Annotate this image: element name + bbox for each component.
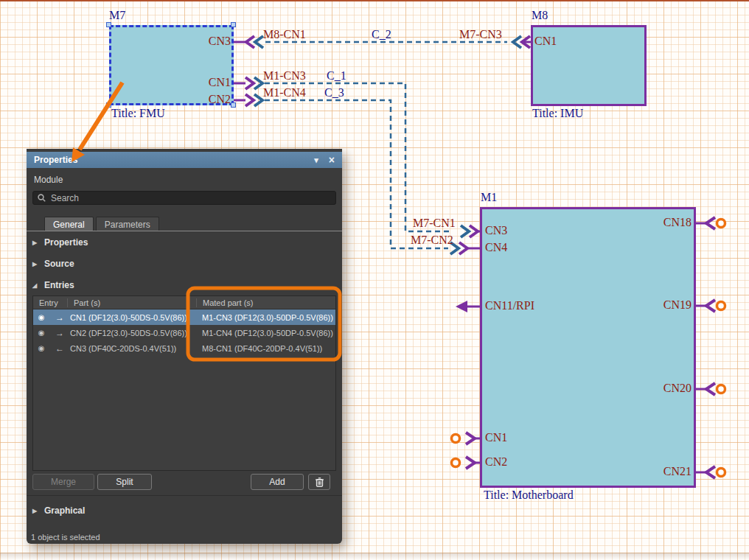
m8-designator[interactable]: M8: [532, 9, 548, 22]
pin-m1-cn18[interactable]: [695, 217, 725, 229]
m1-pin-label-cn18[interactable]: CN18: [641, 216, 691, 229]
column-header-entry[interactable]: Entry: [33, 298, 67, 307]
entry-mated-cell: M1-CN3 (DF12(3.0)-50DP-0.5V(86)): [196, 313, 335, 322]
m7-title[interactable]: Title: FMU: [111, 107, 165, 120]
net-c2-name-label[interactable]: C_2: [372, 28, 391, 41]
section-source[interactable]: ▶ Source: [32, 259, 74, 269]
m1-pin-label-cn1[interactable]: CN1: [485, 431, 507, 444]
entry-mated-cell: M8-CN1 (DF40C-20DP-0.4V(51)): [196, 344, 335, 353]
entries-table: Entry Part (s) Mated part (s) ◉ → CN1 (D…: [32, 295, 336, 471]
visibility-eye-icon[interactable]: ◉: [33, 313, 49, 321]
net-c2-from-label[interactable]: M8-CN1: [263, 28, 306, 41]
selection-status-text: 1 object is selected: [31, 533, 100, 542]
collapsed-arrow-icon: ▶: [32, 239, 39, 246]
section-graphical[interactable]: ▶ Graphical: [32, 505, 85, 516]
split-button[interactable]: Split: [97, 474, 152, 490]
pin-m1-cn20[interactable]: [695, 383, 725, 395]
m1-pin-label-cn2[interactable]: CN2: [485, 455, 507, 469]
m7-handle-tl[interactable]: [106, 22, 111, 27]
m8-pin-label-cn1[interactable]: CN1: [534, 35, 557, 48]
m1-pin-label-cn11[interactable]: CN11/RPI: [485, 299, 534, 312]
m7-pin-label-cn2[interactable]: CN2: [179, 93, 231, 106]
object-type-label: Module: [34, 175, 63, 185]
entry-row-cn1[interactable]: ◉ → CN1 (DF12(3.0)-50DS-0.5V(86)) M1-CN3…: [33, 309, 335, 325]
m1-title[interactable]: Title: Motherboard: [484, 489, 574, 502]
module-m1[interactable]: [480, 207, 696, 488]
m7-designator[interactable]: M7: [109, 9, 125, 22]
direction-arrow-icon: →: [49, 312, 70, 323]
visibility-eye-icon[interactable]: ◉: [33, 329, 49, 337]
pin-m1-cn21[interactable]: [695, 466, 725, 478]
m1-designator[interactable]: M1: [481, 191, 497, 204]
direction-arrow-icon: ←: [49, 343, 70, 354]
delete-button[interactable]: [308, 474, 330, 490]
m7-handle-tr[interactable]: [231, 22, 236, 27]
m7-handle-bl[interactable]: [106, 102, 111, 108]
search-placeholder: Search: [51, 193, 79, 203]
column-header-part[interactable]: Part (s): [67, 298, 196, 307]
add-button[interactable]: Add: [251, 474, 304, 490]
m1-pin-label-cn20[interactable]: CN20: [641, 382, 691, 395]
pin-m1-cn1[interactable]: [452, 433, 481, 444]
direction-arrow-icon: →: [49, 328, 70, 338]
m7-handle-br[interactable]: [231, 102, 236, 108]
net-c1-from-label[interactable]: M1-CN3: [263, 69, 306, 83]
net-c2-to-label[interactable]: M7-CN3: [459, 28, 502, 41]
entry-part-cell: CN3 (DF40C-20DS-0.4V(51)): [70, 344, 196, 353]
visibility-eye-icon[interactable]: ◉: [33, 344, 49, 352]
tab-general[interactable]: General: [44, 217, 94, 231]
harness-schematic-canvas: M7 Title: FMU CN3 CN1 CN2 M8 Title: IMU …: [0, 0, 749, 560]
pin-m1-cn11[interactable]: [456, 301, 481, 312]
net-c3-from-label[interactable]: M1-CN4: [263, 86, 306, 99]
expanded-arrow-icon: ◢: [32, 282, 39, 289]
tab-parameters[interactable]: Parameters: [96, 217, 159, 231]
collapsed-arrow-icon: ▶: [32, 261, 39, 267]
net-c1-name-label[interactable]: C_1: [327, 69, 346, 83]
pin-m1-cn19[interactable]: [695, 300, 725, 312]
panel-dropdown-icon[interactable]: ▾: [314, 155, 318, 165]
tab-underline: [27, 231, 342, 231]
section-entries[interactable]: ◢ Entries: [32, 280, 74, 290]
net-c1-to-label[interactable]: M7-CN1: [413, 217, 456, 230]
search-input[interactable]: Search: [32, 191, 336, 205]
m7-pin-label-cn3[interactable]: CN3: [179, 35, 231, 48]
m1-pin-label-cn21[interactable]: CN21: [641, 465, 691, 478]
trash-icon: [316, 477, 324, 487]
m7-pin-label-cn1[interactable]: CN1: [179, 76, 231, 89]
collapsed-arrow-icon: ▶: [32, 508, 39, 514]
sheet-top-edge: [0, 0, 749, 1]
properties-panel-titlebar[interactable]: Properties ▾ ×: [27, 152, 342, 168]
canvas-bottom-shadow: [0, 553, 749, 560]
entry-mated-cell: M1-CN4 (DF12(3.0)-50DP-0.5V(86)): [196, 329, 335, 337]
m1-pin-label-cn4[interactable]: CN4: [485, 241, 507, 254]
column-header-mated[interactable]: Mated part (s): [196, 298, 335, 307]
net-c3-name-label[interactable]: C_3: [324, 86, 344, 99]
pin-m1-cn2[interactable]: [452, 457, 481, 469]
panel-close-icon[interactable]: ×: [329, 154, 335, 166]
m1-pin-label-cn19[interactable]: CN19: [641, 298, 691, 312]
entries-button-row: Merge Split Add: [27, 474, 342, 496]
m8-title[interactable]: Title: IMU: [532, 107, 583, 120]
entry-part-cell: CN1 (DF12(3.0)-50DS-0.5V(86)): [70, 313, 196, 322]
entries-table-header[interactable]: Entry Part (s) Mated part (s): [33, 296, 335, 309]
search-icon: [38, 194, 46, 202]
entry-part-cell: CN2 (DF12(3.0)-50DS-0.5V(86)): [70, 329, 196, 337]
m1-pin-label-cn3[interactable]: CN3: [485, 224, 507, 237]
section-properties[interactable]: ▶ Properties: [32, 237, 88, 248]
properties-panel: Properties ▾ × Module Search General Par…: [27, 149, 342, 544]
merge-button[interactable]: Merge: [32, 474, 94, 490]
entry-row-cn3[interactable]: ◉ ← CN3 (DF40C-20DS-0.4V(51)) M8-CN1 (DF…: [33, 340, 335, 356]
entry-row-cn2[interactable]: ◉ → CN2 (DF12(3.0)-50DS-0.5V(86)) M1-CN4…: [33, 325, 335, 340]
panel-tabs: General Parameters: [44, 217, 161, 231]
panel-title: Properties: [34, 155, 77, 165]
net-c3-to-label[interactable]: M7-CN2: [411, 234, 453, 247]
